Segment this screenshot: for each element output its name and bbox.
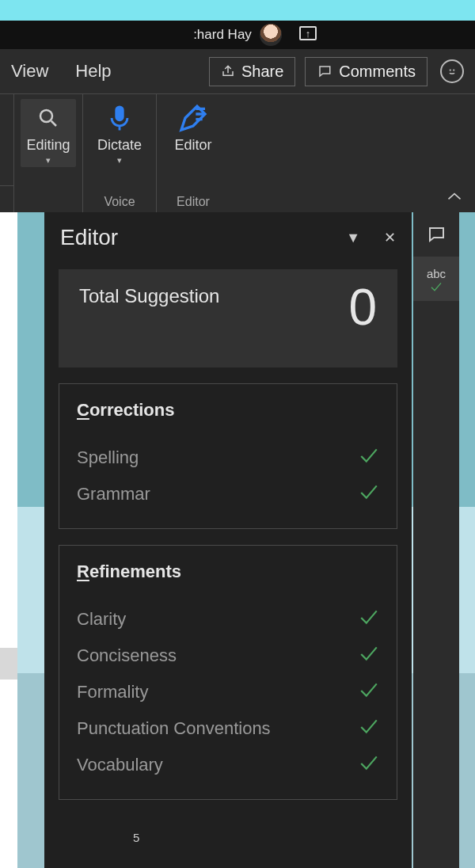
checkmark-icon — [429, 282, 443, 291]
editor-pane-options-button[interactable]: ▼ — [346, 230, 360, 246]
editor-pane-button[interactable]: abc — [413, 257, 459, 301]
checkmark-icon — [359, 447, 379, 468]
feedback-smiley-button[interactable] — [440, 59, 464, 83]
summary-value: 0 — [348, 285, 377, 331]
summary-label: Total Suggestion — [79, 285, 219, 307]
refinements-item-punctuation[interactable]: Punctuation Conventions — [77, 710, 379, 747]
svg-point-0 — [450, 70, 450, 70]
share-button[interactable]: Share — [209, 57, 295, 86]
editor-pane-title: Editor — [60, 225, 322, 250]
editor-pane-close-button[interactable]: ✕ — [384, 229, 396, 246]
dictate-label: Dictate — [97, 137, 142, 154]
editor-pane: Editor ▼ ✕ Total Suggestion 0 Correction… — [44, 212, 412, 868]
chevron-down-icon: ▾ — [117, 155, 122, 166]
document-page-edge — [0, 212, 17, 868]
svg-point-2 — [40, 110, 52, 122]
checkmark-icon — [359, 755, 379, 775]
editor-label: Editor — [174, 137, 211, 154]
share-icon — [221, 64, 235, 78]
collapse-ribbon-button[interactable] — [446, 189, 462, 206]
checkmark-icon — [359, 645, 379, 666]
refinements-item-vocabulary[interactable]: Vocabulary — [77, 747, 379, 783]
account-username: :hard Hay — [193, 27, 252, 43]
editor-summary-card[interactable]: Total Suggestion 0 — [59, 269, 397, 367]
smiley-icon — [445, 64, 459, 78]
editing-mode-button[interactable]: Editing ▾ — [21, 99, 76, 167]
editing-label: Editing — [26, 137, 70, 154]
group-voice-label: Voice — [104, 195, 135, 209]
corrections-heading: Corrections — [77, 400, 379, 421]
avatar[interactable] — [260, 24, 282, 46]
refinements-item-formality[interactable]: Formality — [77, 674, 379, 710]
checkmark-icon — [359, 609, 379, 630]
checkmark-icon — [359, 682, 379, 702]
account-user[interactable]: :hard Hay — [193, 24, 282, 46]
search-icon — [32, 102, 64, 134]
svg-point-1 — [454, 70, 454, 70]
tab-help[interactable]: Help — [75, 61, 111, 82]
refinements-heading: Refinements — [77, 562, 379, 582]
corrections-item-grammar[interactable]: Grammar — [77, 476, 379, 512]
corrections-item-spelling[interactable]: Spelling — [77, 440, 379, 476]
page-number: 5 — [133, 831, 139, 844]
present-mode-icon[interactable] — [299, 26, 317, 40]
checkmark-icon — [359, 484, 379, 504]
ribbon-tabsrow: View Help Share Comments — [0, 49, 475, 93]
chevron-down-icon: ▾ — [46, 155, 51, 166]
share-label: Share — [241, 63, 283, 81]
comments-label: Comments — [339, 63, 416, 81]
refinements-item-conciseness[interactable]: Conciseness — [77, 638, 379, 674]
editor-button[interactable]: Editor — [163, 99, 223, 154]
comments-button[interactable]: Comments — [305, 57, 428, 86]
comment-icon — [425, 225, 447, 244]
comments-pane-button[interactable] — [413, 212, 459, 257]
dictate-button[interactable]: Dictate ▾ — [89, 99, 150, 166]
refinements-section: Refinements Clarity Conciseness Formalit… — [59, 545, 397, 800]
comment-icon — [317, 64, 332, 78]
group-editor-label: Editor — [177, 195, 210, 209]
refinements-item-clarity[interactable]: Clarity — [77, 601, 379, 638]
corrections-section: Corrections Spelling Grammar — [59, 383, 397, 529]
right-sidebar: abc — [413, 212, 459, 868]
svg-rect-3 — [116, 107, 124, 120]
microphone-icon — [104, 102, 135, 134]
checkmark-icon — [359, 718, 379, 739]
tab-view[interactable]: View — [11, 61, 48, 82]
ribbon: Editing ▾ . Dictate ▾ Voice — [0, 93, 475, 212]
abc-label: abc — [427, 267, 446, 280]
window-titlebar: :hard Hay — [0, 21, 475, 49]
editor-pen-icon — [177, 102, 209, 134]
ribbon-left-edge — [0, 94, 14, 212]
